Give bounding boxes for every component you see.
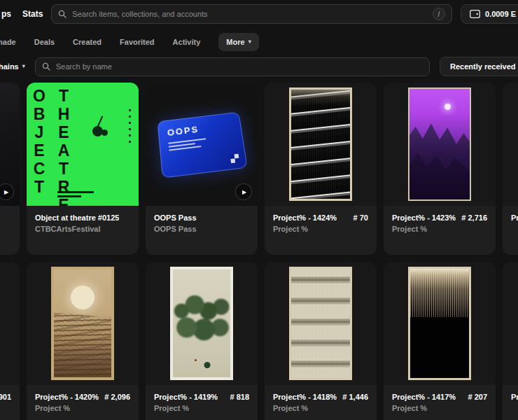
- artwork-vertical-text: OBJECT. THEATRE: [31, 87, 80, 206]
- nft-card[interactable]: Proj: [503, 262, 518, 420]
- nft-title: Proj: [511, 214, 518, 222]
- nft-grid: ▶ OBJECT. THEATRE Object at theatre #012…: [0, 83, 518, 420]
- artwork-image: [27, 262, 139, 385]
- top-nav-bar: ps Stats / 0.0009 E: [0, 0, 518, 28]
- chevron-down-icon: ▾: [248, 39, 251, 45]
- wallet-balance-button[interactable]: 0.0009 E: [461, 4, 518, 24]
- nft-price: # 818: [230, 393, 249, 401]
- nft-card[interactable]: OOPS ▶ OOPS Pass OOPS Pass: [146, 83, 258, 255]
- figure-graphic: [195, 359, 197, 361]
- tree-graphic: [203, 362, 211, 371]
- tab-more-label: More: [226, 38, 244, 46]
- search-icon: [42, 62, 50, 71]
- moon-graphic: [71, 286, 94, 309]
- nft-price: # 2,096: [104, 393, 130, 401]
- nft-card[interactable]: Project% - 1418% # 1,446 Project %: [265, 262, 377, 420]
- nft-card[interactable]: ▶: [0, 83, 20, 255]
- moon-graphic: [444, 104, 451, 110]
- name-search[interactable]: [35, 57, 430, 76]
- nft-price: # 1,446: [342, 393, 368, 401]
- cherry-illustration: [92, 126, 103, 136]
- artwork-caption-lines: [57, 191, 94, 200]
- play-button[interactable]: ▶: [0, 183, 14, 200]
- nft-card[interactable]: Project% - 1420% # 2,096 Project %: [27, 262, 139, 420]
- sort-dropdown[interactable]: Recently received: [440, 57, 518, 76]
- nft-title: Project% - 1420%: [35, 393, 99, 401]
- artwork-image: [265, 83, 377, 206]
- artwork-word-1: OBJECT.: [31, 87, 55, 206]
- oops-ticket-graphic: OOPS: [158, 112, 248, 178]
- nft-title: Project% - 1423%: [392, 214, 456, 222]
- artwork-image: ▶: [0, 83, 20, 206]
- artwork-image: [0, 262, 20, 385]
- nav-item-stats[interactable]: Stats: [22, 9, 43, 19]
- tab-offers-made-partial[interactable]: made: [0, 38, 16, 46]
- tab-favorited[interactable]: Favorited: [120, 38, 155, 46]
- nft-title: Project% - 1424%: [273, 214, 337, 222]
- nav-left: ps Stats: [1, 9, 43, 19]
- nft-price: # 2,716: [461, 214, 487, 222]
- artwork-decoration: [129, 109, 131, 147]
- nav-item-drops-partial[interactable]: ps: [1, 9, 11, 19]
- collection-name: CTBCArtsFestival: [35, 225, 130, 233]
- nft-title: Project% - 1418%: [273, 393, 337, 401]
- collection-name: Project %: [273, 404, 368, 412]
- artwork-word-2: THEATRE: [55, 87, 80, 206]
- tab-deals[interactable]: Deals: [34, 38, 55, 46]
- chevron-down-icon: ▾: [22, 64, 25, 69]
- collection-name: Project %: [273, 225, 368, 233]
- nft-card[interactable]: OBJECT. THEATRE Object at theatre #0125 …: [27, 83, 139, 255]
- nft-card[interactable]: Project% - 1424% # 70 Project %: [265, 83, 377, 255]
- artwork-image: OBJECT. THEATRE: [27, 83, 139, 206]
- slash-shortcut-badge: /: [433, 8, 445, 20]
- nft-card[interactable]: Project% - 1419% # 818 Project %: [146, 262, 258, 420]
- wallet-balance-text: 0.0009 E: [485, 10, 516, 18]
- framed-artwork: [170, 267, 233, 380]
- nft-price: 901: [0, 393, 11, 401]
- play-icon: ▶: [242, 189, 246, 195]
- collection-name: Project %: [392, 225, 487, 233]
- nft-price: # 207: [468, 393, 487, 401]
- qr-code-graphic: [230, 154, 239, 163]
- profile-tabs: made Deals Created Favorited Activity Mo…: [0, 29, 518, 55]
- nft-title: Project% - 1419%: [154, 393, 218, 401]
- collection-name: Project %: [154, 404, 249, 412]
- global-search[interactable]: /: [51, 4, 452, 24]
- play-button[interactable]: ▶: [235, 183, 252, 200]
- artwork-image: [503, 262, 518, 385]
- nft-card[interactable]: Project% - 1417% # 207 Project %: [384, 262, 496, 420]
- nft-title: Object at theatre #0125: [35, 214, 119, 222]
- collection-name: Project %: [392, 404, 487, 412]
- tab-activity[interactable]: Activity: [173, 38, 201, 46]
- nft-card[interactable]: Project% - 1423% # 2,716 Project %: [384, 83, 496, 255]
- nft-title: OOPS Pass: [154, 214, 197, 222]
- tab-created[interactable]: Created: [73, 38, 102, 46]
- chains-dropdown-partial[interactable]: hains ▾: [0, 62, 25, 71]
- global-search-input[interactable]: [72, 10, 427, 18]
- nft-card[interactable]: 901: [0, 262, 20, 420]
- nft-title: Proj: [511, 393, 518, 401]
- play-icon: ▶: [4, 189, 8, 195]
- artwork-image: [384, 262, 496, 385]
- tab-more-button[interactable]: More ▾: [218, 33, 258, 51]
- artwork-image: [503, 83, 518, 206]
- nft-price: # 70: [354, 214, 368, 222]
- framed-artwork: [408, 267, 471, 380]
- collection-name: Project %: [35, 404, 130, 412]
- artwork-image: [265, 262, 377, 385]
- artwork-image: [384, 83, 496, 206]
- filter-row: hains ▾ Recently received: [0, 56, 518, 77]
- nft-title: Project% - 1417%: [392, 393, 456, 401]
- wallet-icon: [470, 10, 480, 18]
- framed-artwork: [408, 88, 471, 201]
- search-icon: [58, 10, 66, 18]
- framed-artwork: [289, 88, 352, 201]
- framed-artwork: [289, 267, 352, 380]
- nft-marketplace-profile-page: ps Stats / 0.0009 E made Deals Created F…: [0, 0, 518, 420]
- collection-name: OOPS Pass: [154, 225, 249, 233]
- name-search-input[interactable]: [56, 62, 423, 71]
- nft-card[interactable]: Proj: [503, 83, 518, 255]
- framed-artwork: [51, 267, 114, 380]
- chains-label: hains: [0, 62, 19, 71]
- artwork-image: OOPS ▶: [146, 83, 258, 206]
